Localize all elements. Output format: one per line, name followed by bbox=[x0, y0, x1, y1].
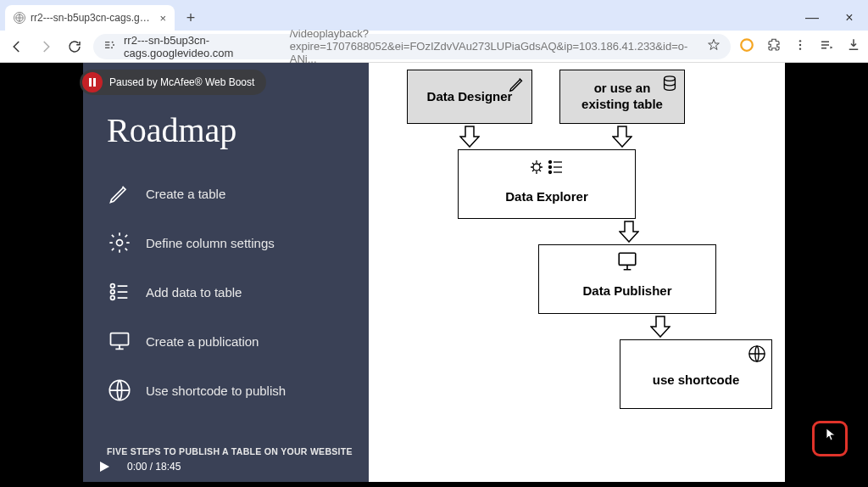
star-icon[interactable] bbox=[707, 38, 721, 54]
svg-rect-17 bbox=[111, 333, 129, 345]
browser-tabstrip: rr2---sn-b5up3cn-cags.googlev × + — × bbox=[0, 0, 868, 31]
step-label: Create a publication bbox=[146, 334, 259, 349]
forward-button[interactable] bbox=[36, 36, 56, 57]
globe-icon bbox=[14, 12, 25, 24]
window-minimize-button[interactable]: — bbox=[793, 5, 831, 31]
box-label: use shortcode bbox=[653, 372, 740, 389]
svg-point-26 bbox=[763, 462, 765, 464]
site-settings-icon[interactable] bbox=[103, 38, 117, 54]
volume-button[interactable] bbox=[690, 457, 709, 476]
svg-rect-1 bbox=[105, 42, 109, 42]
pause-icon bbox=[82, 72, 103, 92]
step-item: Add data to table bbox=[107, 279, 369, 305]
slide-content: Paused by McAfee® Web Boost Roadmap Crea… bbox=[83, 63, 785, 482]
tab-title: rr2---sn-b5up3cn-cags.googlev bbox=[31, 12, 154, 24]
extensions-icon[interactable] bbox=[766, 37, 782, 56]
video-player[interactable]: Paused by McAfee® Web Boost Roadmap Crea… bbox=[83, 63, 785, 482]
mcafee-pause-overlay[interactable]: Paused by McAfee® Web Boost bbox=[80, 70, 266, 95]
svg-rect-12 bbox=[93, 78, 96, 87]
step-label: Add data to table bbox=[146, 285, 242, 299]
slide-title: Roadmap bbox=[107, 110, 369, 150]
svg-point-10 bbox=[799, 48, 801, 49]
svg-point-15 bbox=[111, 290, 115, 294]
browser-tab[interactable]: rr2---sn-b5up3cn-cags.googlev × bbox=[5, 5, 175, 31]
svg-point-5 bbox=[113, 44, 114, 46]
new-tab-button[interactable]: + bbox=[180, 7, 202, 29]
monitor-icon bbox=[615, 250, 640, 275]
pause-text: Paused by McAfee® Web Boost bbox=[109, 76, 254, 88]
step-label: Create a table bbox=[146, 187, 225, 201]
more-options-button[interactable] bbox=[754, 457, 773, 476]
svg-rect-11 bbox=[89, 78, 92, 87]
list-icon bbox=[107, 279, 132, 305]
globe-icon bbox=[748, 344, 766, 366]
box-label: Data Publisher bbox=[582, 283, 671, 299]
media-icon[interactable] bbox=[819, 37, 834, 56]
gear-list-icon bbox=[528, 155, 565, 182]
step-item: Use shortcode to publish bbox=[107, 378, 369, 403]
fullscreen-button[interactable] bbox=[722, 457, 741, 476]
back-button[interactable] bbox=[7, 36, 27, 57]
svg-point-8 bbox=[799, 40, 801, 42]
step-label: Define column settings bbox=[146, 236, 275, 250]
slide-sidebar: Paused by McAfee® Web Boost Roadmap Crea… bbox=[83, 63, 369, 482]
monitor-icon bbox=[107, 328, 132, 354]
svg-point-9 bbox=[799, 43, 801, 45]
box-data-designer: Data Designer bbox=[407, 70, 532, 124]
box-data-explorer: Data Explorer bbox=[458, 149, 636, 219]
svg-point-4 bbox=[112, 42, 114, 43]
tab-close-icon[interactable]: × bbox=[159, 12, 166, 25]
svg-point-22 bbox=[549, 166, 552, 169]
address-bar: rr2---sn-b5up3cn-cags.googlevideo.com/vi… bbox=[0, 31, 868, 63]
reload-button[interactable] bbox=[64, 36, 85, 57]
database-icon bbox=[660, 75, 679, 96]
step-label: Use shortcode to publish bbox=[146, 383, 286, 398]
svg-point-19 bbox=[665, 76, 676, 81]
svg-rect-2 bbox=[105, 44, 109, 45]
box-existing-table: or use an existing table bbox=[559, 70, 685, 124]
step-item: Create a table bbox=[107, 181, 369, 206]
svg-point-6 bbox=[111, 47, 113, 48]
svg-point-21 bbox=[549, 161, 552, 164]
svg-rect-3 bbox=[105, 48, 109, 48]
globe-icon bbox=[107, 378, 132, 403]
url-bar[interactable]: rr2---sn-b5up3cn-cags.googlevideo.com/vi… bbox=[93, 34, 731, 59]
play-button[interactable] bbox=[95, 457, 114, 476]
box-label: Data Designer bbox=[427, 89, 513, 105]
video-stage: Paused by McAfee® Web Boost Roadmap Crea… bbox=[0, 63, 868, 487]
slide-diagram: Data Designer or use an existing table bbox=[369, 63, 785, 482]
download-icon[interactable] bbox=[846, 37, 861, 56]
vertical-dots-icon[interactable] bbox=[793, 38, 807, 55]
svg-point-27 bbox=[763, 466, 765, 468]
svg-point-14 bbox=[111, 284, 115, 288]
box-label: Data Explorer bbox=[505, 189, 588, 205]
svg-rect-24 bbox=[619, 253, 636, 265]
svg-point-7 bbox=[741, 39, 753, 51]
pencil-icon bbox=[508, 75, 526, 96]
video-controls: 0:00 / 18:45 bbox=[83, 451, 785, 482]
svg-point-20 bbox=[533, 164, 540, 171]
svg-point-13 bbox=[117, 240, 123, 246]
pencil-icon bbox=[107, 181, 132, 206]
window-close-button[interactable]: × bbox=[831, 5, 868, 31]
cursor-icon bbox=[826, 428, 836, 445]
box-data-publisher: Data Publisher bbox=[538, 244, 716, 314]
video-time: 0:00 / 18:45 bbox=[127, 461, 181, 473]
svg-point-28 bbox=[763, 469, 765, 472]
url-path: /videoplayback?expire=1707688052&ei=FOzI… bbox=[290, 27, 700, 65]
step-item: Create a publication bbox=[107, 328, 369, 354]
svg-point-23 bbox=[549, 171, 552, 174]
svg-point-16 bbox=[111, 296, 115, 300]
extension-orange-icon[interactable] bbox=[739, 37, 754, 56]
box-use-shortcode: use shortcode bbox=[620, 339, 772, 409]
step-item: Define column settings bbox=[107, 230, 369, 255]
box-label: or use an existing table bbox=[581, 81, 663, 113]
gear-icon bbox=[107, 230, 132, 255]
url-host: rr2---sn-b5up3cn-cags.googlevideo.com bbox=[124, 34, 283, 59]
